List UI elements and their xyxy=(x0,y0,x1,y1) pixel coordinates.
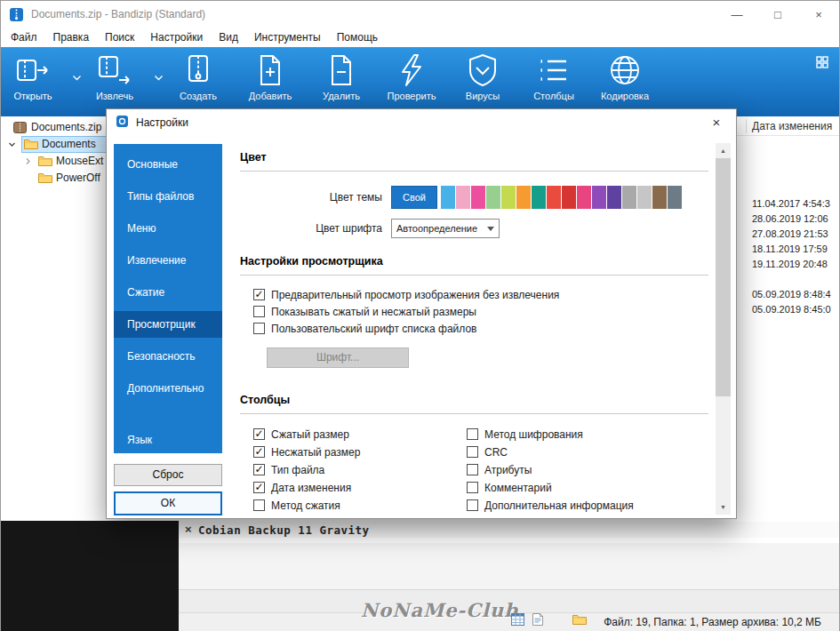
checkbox-checked-icon[interactable]: ✓ xyxy=(253,482,265,493)
menu-view[interactable]: Вид xyxy=(211,28,246,46)
column-option[interactable]: ✓Тип файла xyxy=(253,464,360,475)
reset-button[interactable]: Сброс xyxy=(114,464,222,486)
menu-tools[interactable]: Инструменты xyxy=(246,28,329,46)
toolbar-encoding-button[interactable]: Кодировка xyxy=(591,52,659,113)
scroll-down-icon[interactable]: ▼ xyxy=(716,499,731,515)
nav-language[interactable]: Язык xyxy=(114,427,222,453)
column-option[interactable]: ✓Несжатый размер xyxy=(253,446,360,458)
nav-general[interactable]: Основные xyxy=(114,151,222,178)
toolbar-add-files-button[interactable]: Добавить xyxy=(236,52,304,113)
toolbar-test-archive-button[interactable]: Проверить xyxy=(378,52,445,113)
checkbox-unchecked-icon[interactable] xyxy=(467,446,478,458)
menu-search[interactable]: Поиск xyxy=(97,28,142,46)
toolbar-open-archive-button[interactable]: Открыть xyxy=(0,52,67,113)
viewer-option[interactable]: Показывать сжатый и несжатый размеры xyxy=(253,306,559,317)
font-color-select[interactable]: Автоопределение xyxy=(391,219,500,238)
column-option[interactable]: Дополнительная информация xyxy=(467,499,634,511)
no-icon-marker: × xyxy=(185,523,192,536)
checkbox-checked-icon[interactable]: ✓ xyxy=(253,464,265,475)
toolbar-columns-button[interactable]: Столбцы xyxy=(520,52,588,113)
toolbar-new-archive-button[interactable]: Создать xyxy=(164,52,232,113)
theme-color-swatch[interactable] xyxy=(668,186,682,209)
theme-color-swatch[interactable] xyxy=(486,186,500,209)
menu-settings[interactable]: Настройки xyxy=(142,28,211,46)
menu-edit[interactable]: Правка xyxy=(45,28,98,46)
theme-color-swatch[interactable] xyxy=(577,186,591,209)
nav-file-types[interactable]: Типы файлов xyxy=(114,183,222,210)
table-icon xyxy=(511,613,524,628)
theme-color-swatch[interactable] xyxy=(607,186,621,209)
checkbox-unchecked-icon[interactable] xyxy=(467,428,478,440)
theme-color-swatch[interactable] xyxy=(622,186,636,209)
checkbox-label: Сжатый размер xyxy=(271,428,349,441)
close-button[interactable]: × xyxy=(798,1,839,28)
theme-color-swatch[interactable] xyxy=(652,186,667,209)
nav-viewer[interactable]: Просмотрщик xyxy=(114,311,222,338)
toolbar-extract-button[interactable]: Извлечь xyxy=(81,52,148,113)
nav-menu[interactable]: Меню xyxy=(114,215,222,242)
scroll-up-icon[interactable]: ▲ xyxy=(716,143,731,158)
checkbox-label: Комментарий xyxy=(484,482,552,494)
file-date-cell: 27.08.2019 21:53 xyxy=(752,228,828,239)
layout-grid-icon[interactable] xyxy=(816,56,828,68)
theme-color-swatch[interactable] xyxy=(471,186,485,209)
chevron-collapsed-icon[interactable] xyxy=(24,156,32,168)
file-list-row[interactable]: × Cobian Backup 11 Gravity xyxy=(179,522,839,538)
checkbox-checked-icon[interactable]: ✓ xyxy=(253,428,265,440)
nav-compression[interactable]: Сжатие xyxy=(114,279,222,306)
toolbar-button-label: Столбцы xyxy=(533,91,574,101)
ok-button[interactable]: ОК xyxy=(114,491,222,515)
scrollbar-thumb[interactable] xyxy=(716,158,731,396)
menu-file[interactable]: Файл xyxy=(3,28,45,46)
section-divider xyxy=(240,171,708,172)
column-option[interactable]: Метод сжатия xyxy=(253,499,360,511)
theme-color-swatch[interactable] xyxy=(456,186,470,209)
viewer-option[interactable]: Пользовательский шрифт списка файлов xyxy=(253,323,559,334)
checkbox-checked-icon[interactable]: ✓ xyxy=(253,289,265,300)
theme-color-swatch[interactable] xyxy=(501,186,516,209)
custom-color-button[interactable]: Свой xyxy=(391,186,437,209)
file-date-cell: 28.06.2019 12:06 xyxy=(752,213,828,224)
checkbox-unchecked-icon[interactable] xyxy=(253,323,265,334)
nav-extraction[interactable]: Извлечение xyxy=(114,247,222,274)
column-separator[interactable] xyxy=(746,119,747,133)
toolbar-delete-files-button[interactable]: Удалить xyxy=(308,52,375,113)
theme-color-swatch[interactable] xyxy=(592,186,606,209)
checkbox-unchecked-icon[interactable] xyxy=(253,306,265,317)
checkbox-unchecked-icon[interactable] xyxy=(467,482,478,493)
theme-color-swatch[interactable] xyxy=(637,186,652,209)
chevron-expanded-icon[interactable] xyxy=(8,139,16,151)
column-option[interactable]: Комментарий xyxy=(467,482,634,493)
theme-color-swatch[interactable] xyxy=(441,186,455,209)
theme-color-swatch[interactable] xyxy=(562,186,576,209)
checkbox-unchecked-icon[interactable] xyxy=(467,464,478,475)
checkbox-label: Тип файла xyxy=(271,464,324,476)
nav-advanced[interactable]: Дополнительно xyxy=(114,375,222,402)
column-option[interactable]: CRC xyxy=(467,446,634,458)
minimize-button[interactable]: — xyxy=(716,1,757,28)
theme-color-label: Цвет темы xyxy=(240,191,382,204)
nav-security[interactable]: Безопасность xyxy=(114,343,222,370)
toolbar-virus-scan-button[interactable]: Вирусы xyxy=(449,52,516,113)
checkbox-checked-icon[interactable]: ✓ xyxy=(253,446,265,458)
dialog-close-button[interactable]: × xyxy=(705,114,728,132)
theme-color-swatch[interactable] xyxy=(532,186,546,209)
column-header-date[interactable]: Дата изменения xyxy=(752,120,832,132)
column-option[interactable]: ✓Сжатый размер xyxy=(253,428,360,440)
checkbox-unchecked-icon[interactable] xyxy=(467,499,478,511)
column-option[interactable]: Атрибуты xyxy=(467,464,634,475)
column-option[interactable]: Метод шифрования xyxy=(467,428,634,440)
viewer-option[interactable]: ✓Предварительный просмотр изображения бе… xyxy=(253,289,559,300)
maximize-button[interactable]: □ xyxy=(757,1,798,28)
dialog-scrollbar[interactable]: ▲ ▼ xyxy=(716,143,731,515)
folder-icon xyxy=(24,139,38,153)
document-icon xyxy=(532,613,543,628)
theme-color-swatch[interactable] xyxy=(547,186,561,209)
dropdown-chevron-icon[interactable] xyxy=(154,72,164,79)
extract-icon xyxy=(97,52,132,88)
settings-nav: ОсновныеТипы файловМенюИзвлечениеСжатиеП… xyxy=(114,144,222,453)
column-option[interactable]: ✓Дата изменения xyxy=(253,482,360,493)
checkbox-unchecked-icon[interactable] xyxy=(253,499,265,511)
theme-color-swatch[interactable] xyxy=(516,186,531,209)
menu-help[interactable]: Помощь xyxy=(329,28,386,46)
